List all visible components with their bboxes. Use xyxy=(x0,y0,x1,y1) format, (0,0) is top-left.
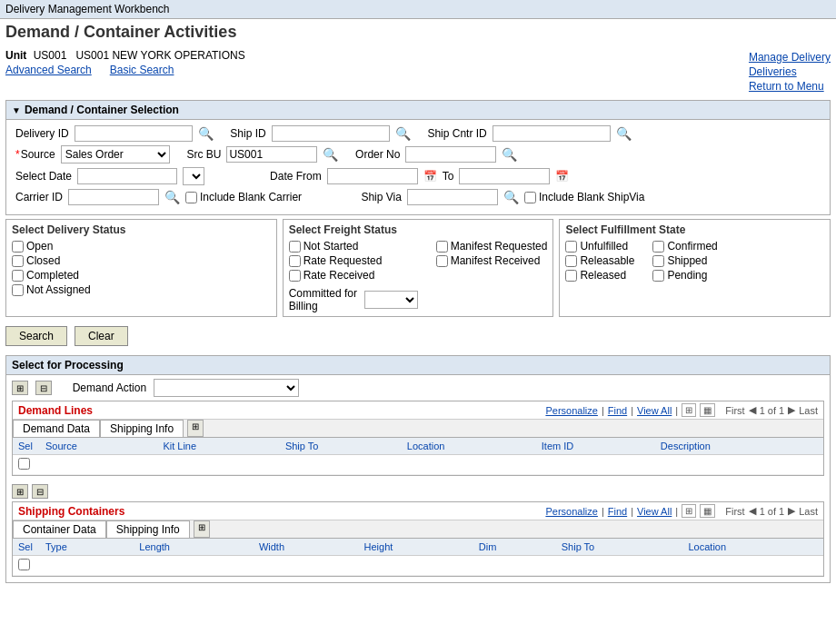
demand-personalize-link[interactable]: Personalize xyxy=(545,405,597,416)
fulfillment-released[interactable]: Released xyxy=(565,269,634,282)
containers-tab-data[interactable]: Container Data xyxy=(13,520,106,538)
source-select[interactable]: Sales Order xyxy=(61,145,170,163)
fulfillment-state-box: Select Fulfillment State Unfulfilled Rel… xyxy=(559,219,831,317)
fulfillment-releasable[interactable]: Releasable xyxy=(565,254,634,267)
src-bu-input[interactable] xyxy=(226,146,317,163)
containers-tab-settings-icon[interactable]: ⊞ xyxy=(194,520,210,538)
demand-table-icon[interactable]: ▦ xyxy=(700,403,715,417)
processing-toolbar: ⊞ ⊟ Demand Action xyxy=(6,375,830,401)
demand-sel-cell xyxy=(13,455,40,475)
demand-grid-icon[interactable]: ⊞ xyxy=(682,403,696,417)
include-blank-shipvia-label[interactable]: Include Blank ShipVia xyxy=(524,191,645,203)
order-no-search-icon[interactable]: 🔍 xyxy=(502,147,517,162)
freight-col-2: Manifest Requested Manifest Received xyxy=(436,240,548,312)
deliveries-link[interactable]: Deliveries xyxy=(749,65,831,78)
demand-tab-data[interactable]: Demand Data xyxy=(13,420,100,437)
basic-search-link[interactable]: Basic Search xyxy=(110,64,174,76)
include-blank-carrier-checkbox[interactable] xyxy=(185,192,197,203)
ship-id-input[interactable] xyxy=(272,125,390,142)
delivery-id-search-icon[interactable]: 🔍 xyxy=(198,126,214,141)
date-to-input[interactable] xyxy=(459,168,550,184)
status-completed[interactable]: Completed xyxy=(12,269,271,282)
carrier-id-input[interactable] xyxy=(68,189,159,205)
toolbar-icon-1[interactable]: ⊞ xyxy=(12,381,28,395)
buttons-row: Search Clear xyxy=(0,321,836,352)
demand-col-kit-line: Kit Line xyxy=(157,438,279,455)
demand-find-link[interactable]: Find xyxy=(608,405,627,416)
demand-view-all-link[interactable]: View All xyxy=(637,405,672,416)
fulfillment-pending[interactable]: Pending xyxy=(652,269,717,282)
inline-toolbar-icon-2[interactable]: ⊟ xyxy=(32,484,48,499)
containers-find-link[interactable]: Find xyxy=(608,506,627,517)
order-no-input[interactable] xyxy=(405,146,496,163)
containers-tab-shipping[interactable]: Shipping Info xyxy=(106,520,190,538)
containers-col-sel: Sel xyxy=(13,539,40,556)
containers-row-checkbox[interactable] xyxy=(18,559,30,570)
freight-manifest-received[interactable]: Manifest Received xyxy=(436,254,548,267)
top-bar-right: Manage Delivery Deliveries Return to Men… xyxy=(749,47,831,93)
containers-table-row xyxy=(13,556,823,576)
containers-dim-cell xyxy=(473,556,556,576)
include-blank-shipvia-checkbox[interactable] xyxy=(524,192,536,203)
shipping-containers-nav: Personalize | Find | View All | ⊞ ▦ Firs… xyxy=(545,504,818,518)
select-date-select[interactable] xyxy=(183,167,204,185)
demand-prev-icon[interactable]: ◀ xyxy=(749,404,756,416)
demand-tab-settings-icon[interactable]: ⊞ xyxy=(187,420,204,437)
return-to-menu-link[interactable]: Return to Menu xyxy=(749,80,831,93)
top-bar: Unit US001 US001 NEW YORK OPERATIONS Adv… xyxy=(0,45,836,96)
carrier-id-search-icon[interactable]: 🔍 xyxy=(164,190,180,204)
collapse-arrow[interactable]: ▼ xyxy=(12,105,21,115)
freight-manifest-requested[interactable]: Manifest Requested xyxy=(436,240,548,253)
fulfillment-col-2: Confirmed Shipped Pending xyxy=(652,240,717,282)
containers-grid-icon[interactable]: ⊞ xyxy=(682,504,696,518)
ship-cntr-id-input[interactable] xyxy=(493,125,611,142)
containers-col-ship-to: Ship To xyxy=(556,539,683,556)
page-title: Demand / Container Activities xyxy=(0,19,836,45)
containers-personalize-link[interactable]: Personalize xyxy=(545,506,597,517)
fulfillment-unfulfilled[interactable]: Unfulfilled xyxy=(565,240,634,253)
inline-toolbar-icon-1[interactable]: ⊞ xyxy=(12,484,28,499)
select-date-input[interactable] xyxy=(77,168,177,184)
fulfillment-confirmed[interactable]: Confirmed xyxy=(652,240,717,253)
ship-via-input[interactable] xyxy=(407,189,498,205)
status-not-assigned[interactable]: Not Assigned xyxy=(12,283,271,296)
src-bu-search-icon[interactable]: 🔍 xyxy=(323,147,338,162)
ship-id-search-icon[interactable]: 🔍 xyxy=(395,126,411,141)
containers-view-all-link[interactable]: View All xyxy=(637,506,672,517)
demand-next-icon[interactable]: ▶ xyxy=(788,404,795,416)
demand-kit-line-cell xyxy=(157,455,279,475)
manage-delivery-link[interactable]: Manage Delivery xyxy=(749,51,831,64)
selection-form: Delivery ID 🔍 Ship ID 🔍 Ship Cntr ID 🔍 S… xyxy=(6,120,830,214)
include-blank-carrier-label[interactable]: Include Blank Carrier xyxy=(185,191,302,203)
date-from-input[interactable] xyxy=(327,168,418,184)
committed-select[interactable] xyxy=(364,291,417,309)
containers-next-icon[interactable]: ▶ xyxy=(788,505,795,517)
form-row-2: Source Sales Order Src BU 🔍 Order No 🔍 xyxy=(15,145,821,163)
advanced-search-link[interactable]: Advanced Search xyxy=(5,64,92,76)
freight-not-started[interactable]: Not Started xyxy=(289,240,418,253)
date-to-calendar-icon[interactable]: 📅 xyxy=(555,170,569,183)
search-button[interactable]: Search xyxy=(5,326,67,346)
delivery-status-title: Select Delivery Status xyxy=(12,223,271,236)
ship-via-search-icon[interactable]: 🔍 xyxy=(503,190,519,204)
demand-row-checkbox[interactable] xyxy=(18,458,30,470)
demand-lines-title: Demand Lines xyxy=(18,404,93,417)
status-closed[interactable]: Closed xyxy=(12,254,271,267)
demand-col-description: Description xyxy=(655,438,823,455)
date-from-calendar-icon[interactable]: 📅 xyxy=(423,170,437,183)
freight-rate-received[interactable]: Rate Received xyxy=(289,269,418,282)
containers-table-icon[interactable]: ▦ xyxy=(700,504,715,518)
demand-action-select[interactable] xyxy=(154,379,299,397)
fulfillment-shipped[interactable]: Shipped xyxy=(652,254,717,267)
status-open[interactable]: Open xyxy=(12,240,271,253)
demand-tab-shipping[interactable]: Shipping Info xyxy=(100,420,184,437)
ship-cntr-id-search-icon[interactable]: 🔍 xyxy=(616,126,632,141)
fulfillment-state-title: Select Fulfillment State xyxy=(565,223,824,236)
selection-section-header: ▼ Demand / Container Selection xyxy=(6,101,830,120)
delivery-id-input[interactable] xyxy=(75,125,193,142)
ship-cntr-id-label: Ship Cntr ID xyxy=(427,127,486,140)
clear-button[interactable]: Clear xyxy=(75,326,128,346)
containers-prev-icon[interactable]: ◀ xyxy=(749,505,756,517)
toolbar-icon-2[interactable]: ⊟ xyxy=(35,381,52,395)
freight-rate-requested[interactable]: Rate Requested xyxy=(289,254,418,267)
